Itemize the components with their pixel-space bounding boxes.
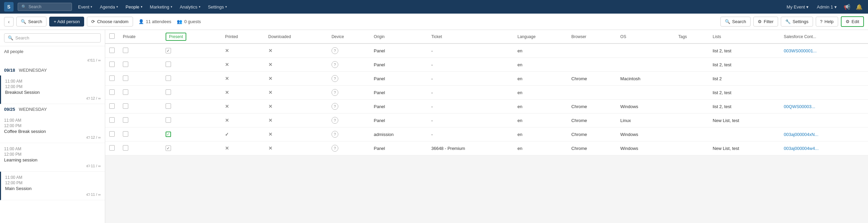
col-present[interactable]: Present: [162, 30, 221, 44]
present-cell[interactable]: [162, 44, 221, 58]
row-select-cell[interactable]: [105, 58, 119, 72]
present-cell[interactable]: [162, 141, 221, 155]
checkbox[interactable]: [166, 117, 171, 123]
checkbox[interactable]: [109, 131, 115, 137]
checkbox[interactable]: [123, 103, 128, 109]
salesforce-link[interactable]: 003aj000004w4...: [784, 146, 819, 151]
row-select-cell[interactable]: [105, 44, 119, 58]
checkbox[interactable]: [123, 75, 128, 81]
present-cell[interactable]: [162, 58, 221, 72]
row-select-cell[interactable]: [105, 86, 119, 100]
session-learning[interactable]: 11:00 AM 12:00 PM Learning session 🏷 11 …: [0, 143, 105, 172]
checkbox[interactable]: [123, 131, 128, 137]
nav-analytics[interactable]: Analytics▾: [176, 2, 204, 12]
checkbox[interactable]: [166, 145, 171, 151]
checkbox[interactable]: [109, 103, 115, 109]
salesforce-cell: [780, 58, 868, 72]
checkbox[interactable]: [123, 48, 128, 53]
settings-button[interactable]: 🔧 Settings: [781, 17, 813, 27]
checkbox[interactable]: [166, 75, 171, 81]
row-select-cell[interactable]: [105, 127, 119, 141]
present-cell[interactable]: [162, 100, 221, 114]
checkbox[interactable]: [166, 103, 171, 109]
col-select-all[interactable]: [105, 30, 119, 44]
nav-event[interactable]: Event▾: [75, 2, 96, 12]
chevron-down-icon: ▾: [116, 5, 118, 8]
table-row: ✕✕?Panel36648 - PremiumenChromeWindowsNe…: [105, 141, 868, 155]
search-button-left[interactable]: 🔍 Search: [16, 17, 46, 27]
row-select-cell[interactable]: [105, 72, 119, 86]
checkbox[interactable]: [109, 145, 115, 151]
checkbox[interactable]: [109, 75, 115, 81]
private-cell[interactable]: [119, 127, 162, 141]
x-mark-icon: ✕: [225, 62, 229, 67]
table-row: ✕✕?Panel-enChromeLinuxNew List, test: [105, 114, 868, 127]
private-cell[interactable]: [119, 44, 162, 58]
sidebar-search-input[interactable]: 🔍 Search: [4, 33, 101, 42]
sidebar-search: 🔍 Search: [0, 30, 105, 46]
nav-marketing[interactable]: Marketing▾: [147, 2, 176, 12]
bell-icon[interactable]: 🔔: [854, 2, 864, 12]
row-select-cell[interactable]: [105, 114, 119, 127]
select-all-checkbox[interactable]: [109, 33, 115, 39]
my-event-button[interactable]: My Event▾: [784, 3, 811, 11]
ticket-cell: -: [427, 72, 513, 86]
choose-random-button[interactable]: ⟳ Choose random: [87, 17, 133, 27]
notification-icon[interactable]: 📢: [842, 2, 852, 12]
device-cell: ?: [327, 127, 370, 141]
salesforce-cell[interactable]: 003aj000004w4...: [780, 141, 868, 155]
present-cell[interactable]: [162, 127, 221, 141]
checkbox[interactable]: [109, 48, 115, 53]
admin-button[interactable]: Admin 1▾: [814, 3, 839, 11]
salesforce-cell[interactable]: 003WS000001...: [780, 44, 868, 58]
private-cell[interactable]: [119, 114, 162, 127]
session-main[interactable]: 11:00 AM 12:00 PM Main Session 🏷 11 / ∞: [0, 172, 105, 200]
search-button-right[interactable]: 🔍 Search: [720, 17, 751, 27]
checkbox[interactable]: [109, 89, 115, 95]
salesforce-cell[interactable]: 00QWS00003...: [780, 100, 868, 114]
checkbox[interactable]: [166, 62, 171, 67]
row-select-cell[interactable]: [105, 141, 119, 155]
col-device: Device: [327, 30, 370, 44]
present-cell[interactable]: [162, 86, 221, 100]
checkbox[interactable]: [123, 117, 128, 123]
nav-settings[interactable]: Settings▾: [205, 2, 230, 12]
add-person-button[interactable]: + Add person: [49, 17, 84, 27]
session-coffee[interactable]: 11:00 AM 12:00 PM Coffee Break session 🏷…: [0, 115, 105, 143]
private-cell[interactable]: [119, 100, 162, 114]
salesforce-link[interactable]: 003aj000004xN...: [784, 132, 818, 137]
all-people-item[interactable]: All people 🏷 11 / ∞: [0, 46, 105, 65]
private-cell[interactable]: [119, 86, 162, 100]
present-cell[interactable]: [162, 114, 221, 127]
checkbox[interactable]: [123, 145, 128, 151]
salesforce-link[interactable]: 003WS000001...: [784, 48, 817, 53]
row-select-cell[interactable]: [105, 100, 119, 114]
checkbox[interactable]: [166, 48, 171, 53]
present-cell[interactable]: [162, 72, 221, 86]
private-cell[interactable]: [119, 141, 162, 155]
nav-agenda[interactable]: Agenda▾: [96, 2, 121, 12]
salesforce-link[interactable]: 00QWS00003...: [784, 104, 815, 109]
device-question-icon: ?: [332, 47, 338, 54]
printed-cell: ✕: [221, 86, 264, 100]
printed-cell: ✓: [221, 127, 264, 141]
private-cell[interactable]: [119, 72, 162, 86]
checkbox[interactable]: [123, 89, 128, 95]
salesforce-cell[interactable]: 003aj000004xN...: [780, 127, 868, 141]
filter-button[interactable]: ⚙ Filter: [753, 17, 778, 27]
date-group-0918: 09/18 WEDNESDAY 11:00 AM 12:00 PM Breako…: [0, 65, 105, 104]
checkbox[interactable]: [109, 117, 115, 123]
downloaded-cell: ✕: [264, 86, 327, 100]
private-cell[interactable]: [119, 58, 162, 72]
checkbox[interactable]: [166, 89, 171, 95]
global-search-box[interactable]: 🔍 Search: [18, 3, 72, 11]
nav-people[interactable]: People▾: [122, 2, 146, 12]
checkbox[interactable]: [123, 62, 128, 67]
help-button[interactable]: ? Help: [816, 17, 838, 27]
back-button[interactable]: ‹: [4, 17, 14, 27]
present-checkbox-green[interactable]: [166, 132, 171, 137]
edit-button[interactable]: ⚙ Edit: [841, 16, 864, 27]
session-breakout[interactable]: 11:00 AM 12:00 PM Breakout Session 🏷 12 …: [0, 75, 105, 104]
checkbox[interactable]: [109, 62, 115, 67]
day-name: WEDNESDAY: [19, 68, 47, 73]
